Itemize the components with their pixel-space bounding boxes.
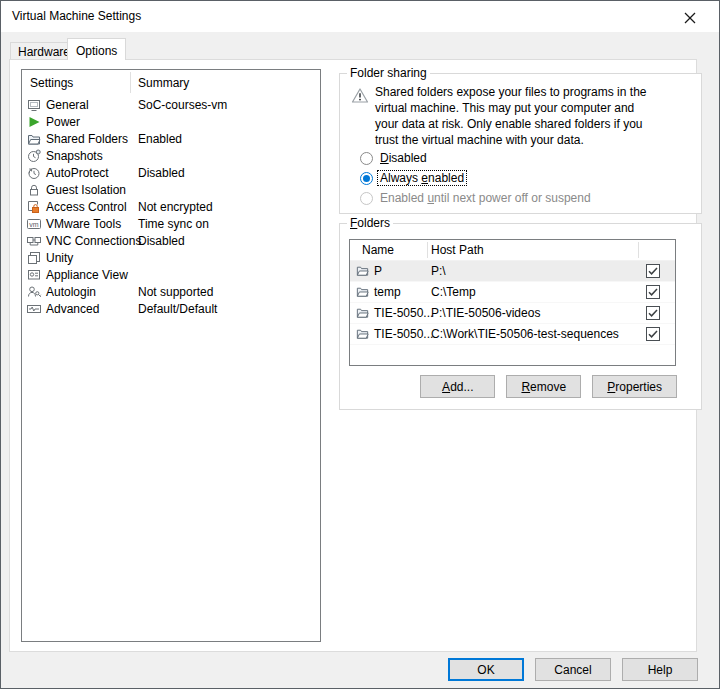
settings-list-header: Settings Summary xyxy=(22,70,320,96)
label-part: isabled xyxy=(389,151,427,165)
shared-folder-icon xyxy=(355,284,370,302)
shared-folder-icon xyxy=(26,131,42,147)
column-divider xyxy=(638,242,639,258)
label-part: Enabled xyxy=(380,191,427,205)
vm-settings-dialog: Virtual Machine Settings Hardware Option… xyxy=(0,0,720,689)
monitor-icon xyxy=(26,97,42,113)
folder-row[interactable]: temp C:\Temp xyxy=(350,282,675,303)
properties-button[interactable]: Properties xyxy=(592,375,677,398)
settings-row-label: VMware Tools xyxy=(46,217,121,231)
folder-row[interactable]: TIE-5050... C:\Work\TIE-50506-test-seque… xyxy=(350,324,675,345)
radio-disabled[interactable]: Disabled xyxy=(360,150,429,166)
folder-row[interactable]: P P:\ xyxy=(350,261,675,282)
column-divider xyxy=(427,242,428,258)
folder-name: TIE-5050... xyxy=(374,306,433,320)
user-key-icon xyxy=(26,284,42,300)
tab-options[interactable]: Options xyxy=(67,38,126,60)
folder-enabled-checkbox[interactable] xyxy=(646,264,660,278)
settings-row-summary: Not supported xyxy=(138,285,213,299)
settings-row-guest-isolation[interactable]: Guest Isolation xyxy=(22,181,320,198)
label-part: olders xyxy=(357,216,390,230)
cancel-button[interactable]: Cancel xyxy=(535,658,611,681)
settings-row-autoprotect[interactable]: AutoProtect Disabled xyxy=(22,164,320,181)
settings-row-unity[interactable]: Unity xyxy=(22,249,320,266)
appliance-monitor-icon xyxy=(26,267,42,283)
settings-row-summary: SoC-courses-vm xyxy=(138,98,227,112)
settings-row-access-control[interactable]: Access Control Not encrypted xyxy=(22,198,320,215)
label-accel: D xyxy=(380,151,389,165)
folder-sharing-warning-text: Shared folders expose your files to prog… xyxy=(375,84,646,148)
folders-group-label: Folders xyxy=(347,216,393,230)
close-button[interactable] xyxy=(682,10,698,26)
radio-always-enabled[interactable]: Always enabled xyxy=(360,170,466,186)
settings-row-autologin[interactable]: Autologin Not supported xyxy=(22,283,320,300)
folder-name: P xyxy=(374,264,382,278)
column-host-path[interactable]: Host Path xyxy=(431,243,484,257)
folders-buttons: Add... Remove Properties xyxy=(420,375,677,398)
check-icon xyxy=(647,307,659,319)
folders-group: Folders Name Host Path P P:\ xyxy=(339,223,702,410)
settings-row-summary: Disabled xyxy=(138,234,185,248)
settings-row-general[interactable]: General SoC-courses-vm xyxy=(22,96,320,113)
shared-folder-icon xyxy=(355,263,370,281)
folder-host-path: C:\Temp xyxy=(431,285,476,299)
snapshot-clock-icon xyxy=(26,148,42,164)
folder-host-path: P:\TIE-50506-videos xyxy=(431,306,540,320)
label-part: dd... xyxy=(450,380,473,394)
column-name[interactable]: Name xyxy=(362,243,394,257)
settings-row-summary: Disabled xyxy=(138,166,185,180)
column-divider xyxy=(130,72,131,93)
settings-row-power[interactable]: Power xyxy=(22,113,320,130)
label-accel: A xyxy=(442,380,450,394)
warning-triangle-icon xyxy=(351,87,369,107)
dialog-footer: OK Cancel Help xyxy=(1,651,719,688)
folders-table-header: Name Host Path xyxy=(350,240,675,261)
radio-circle-disabled[interactable] xyxy=(360,152,373,165)
padlock-icon xyxy=(26,182,42,198)
settings-row-label: Unity xyxy=(46,251,73,265)
ok-button[interactable]: OK xyxy=(448,658,524,681)
settings-row-label: General xyxy=(46,98,89,112)
folder-enabled-checkbox[interactable] xyxy=(646,285,660,299)
label-part: Always xyxy=(380,171,421,185)
settings-row-appliance-view[interactable]: Appliance View xyxy=(22,266,320,283)
settings-row-snapshots[interactable]: Snapshots xyxy=(22,147,320,164)
warning-line: your data at risk. Only enable shared fo… xyxy=(375,116,646,132)
radio-circle-always-enabled[interactable] xyxy=(360,172,373,185)
settings-row-label: AutoProtect xyxy=(46,166,109,180)
autoprotect-clock-icon xyxy=(26,165,42,181)
label-accel: R xyxy=(521,380,530,394)
unity-windows-icon xyxy=(26,250,42,266)
label-part: roperties xyxy=(615,380,662,394)
radio-enabled-until-label: Enabled until next power off or suspend xyxy=(378,191,593,205)
window-title: Virtual Machine Settings xyxy=(12,9,141,23)
add-button[interactable]: Add... xyxy=(420,375,495,398)
settings-row-summary: Not encrypted xyxy=(138,200,213,214)
help-button[interactable]: Help xyxy=(622,658,698,681)
folders-table: Name Host Path P P:\ xyxy=(349,239,676,366)
folder-sharing-group: Folder sharing Shared folders expose you… xyxy=(339,73,702,214)
settings-list: Settings Summary General SoC-courses-vm … xyxy=(21,69,321,642)
settings-row-label: Access Control xyxy=(46,200,127,214)
settings-row-label: Shared Folders xyxy=(46,132,128,146)
svg-text:vm: vm xyxy=(29,220,39,227)
title-bar: Virtual Machine Settings xyxy=(1,1,719,32)
label-part: ntil next power off or suspend xyxy=(434,191,591,205)
access-lock-icon xyxy=(26,199,42,215)
settings-row-vnc-connections[interactable]: VNC Connections Disabled xyxy=(22,232,320,249)
waveform-icon xyxy=(26,301,42,317)
label-part: emove xyxy=(530,380,566,394)
power-play-icon xyxy=(26,114,42,130)
options-tab-page: Settings Summary General SoC-courses-vm … xyxy=(9,59,697,652)
folder-enabled-checkbox[interactable] xyxy=(646,327,660,341)
folder-enabled-checkbox[interactable] xyxy=(646,306,660,320)
label-part: nabled xyxy=(428,171,464,185)
settings-row-vmware-tools[interactable]: vm VMware Tools Time sync on xyxy=(22,215,320,232)
shared-folder-icon xyxy=(355,326,370,344)
remove-button[interactable]: Remove xyxy=(506,375,581,398)
folder-row[interactable]: TIE-5050... P:\TIE-50506-videos xyxy=(350,303,675,324)
settings-row-advanced[interactable]: Advanced Default/Default xyxy=(22,300,320,317)
settings-row-label: Snapshots xyxy=(46,149,103,163)
settings-row-shared-folders[interactable]: Shared Folders Enabled xyxy=(22,130,320,147)
vm-box-icon: vm xyxy=(26,216,42,232)
